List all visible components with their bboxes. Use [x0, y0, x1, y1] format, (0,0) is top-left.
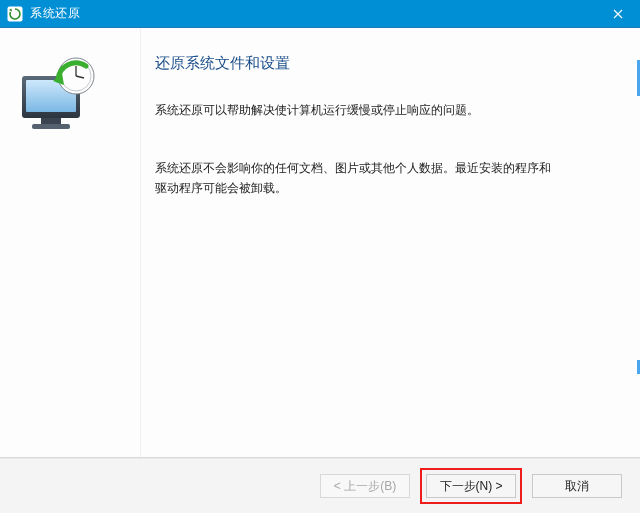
restore-monitor-icon	[14, 56, 102, 134]
paragraph-2: 系统还原不会影响你的任何文档、图片或其他个人数据。最近安装的程序和驱动程序可能会…	[155, 159, 555, 199]
wizard-footer: < 上一步(B) 下一步(N) > 取消	[0, 458, 640, 513]
left-column	[0, 28, 140, 457]
titlebar-title: 系统还原	[30, 5, 80, 22]
wizard-body: 还原系统文件和设置 系统还原可以帮助解决使计算机运行缓慢或停止响应的问题。 系统…	[0, 28, 640, 458]
content-column: 还原系统文件和设置 系统还原可以帮助解决使计算机运行缓慢或停止响应的问题。 系统…	[140, 28, 640, 457]
svg-rect-5	[32, 124, 70, 129]
titlebar: 系统还原	[0, 0, 640, 28]
close-icon	[613, 9, 623, 19]
close-button[interactable]	[596, 0, 640, 28]
wizard-heading: 还原系统文件和设置	[155, 54, 606, 73]
paragraph-1: 系统还原可以帮助解决使计算机运行缓慢或停止响应的问题。	[155, 101, 555, 121]
system-restore-icon	[6, 5, 24, 23]
next-button-highlight: 下一步(N) >	[420, 468, 522, 504]
next-button[interactable]: 下一步(N) >	[426, 474, 516, 498]
back-button: < 上一步(B)	[320, 474, 410, 498]
svg-rect-4	[41, 118, 61, 124]
cancel-button[interactable]: 取消	[532, 474, 622, 498]
